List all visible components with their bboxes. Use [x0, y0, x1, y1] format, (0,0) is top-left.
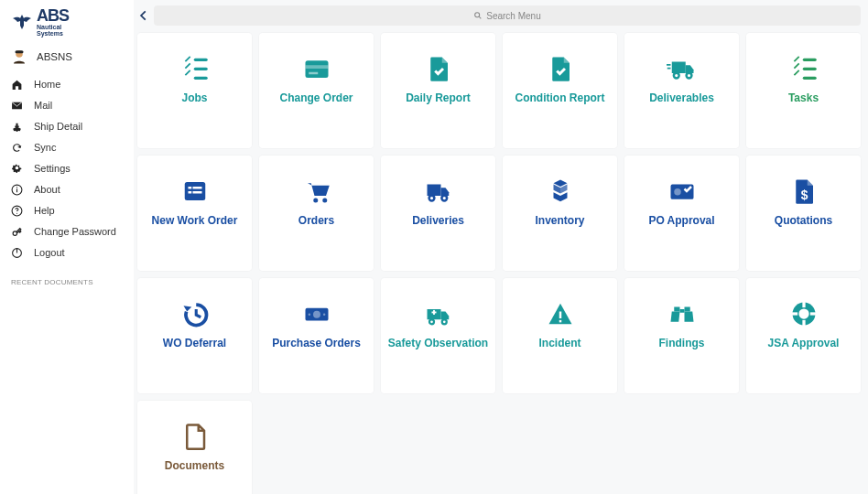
mail-icon: [11, 100, 23, 112]
nav-item-logout[interactable]: Logout: [9, 242, 125, 263]
file-icon: [179, 423, 211, 450]
truck-fast-icon: [667, 55, 698, 82]
nav-item-help[interactable]: Help: [9, 200, 125, 221]
binoculars-icon: [667, 300, 698, 328]
lifebuoy-icon: [788, 300, 819, 328]
list-box-icon: [179, 177, 211, 205]
tile-condition-report[interactable]: Condition Report: [503, 33, 617, 148]
tile-findings[interactable]: Findings: [624, 278, 739, 393]
app-logo: ABS Nautical Systems: [9, 7, 125, 38]
nav-item-ship-detail[interactable]: Ship Detail: [9, 116, 125, 137]
back-chevron-icon[interactable]: [137, 9, 150, 22]
tile-jsa-approval[interactable]: JSA Approval: [746, 278, 861, 393]
tile-new-work-order[interactable]: New Work Order: [137, 156, 252, 271]
home-icon: [11, 79, 23, 91]
tile-label: Findings: [659, 337, 705, 349]
tile-label: Deliverables: [649, 91, 714, 104]
nav-item-mail[interactable]: Mail: [9, 95, 125, 116]
svg-rect-1: [16, 50, 24, 53]
file-check-icon: [545, 55, 576, 82]
checklist-icon: [788, 55, 819, 82]
tile-label: PO Approval: [648, 214, 714, 227]
money-icon: [301, 300, 332, 328]
tile-deliverables[interactable]: Deliverables: [624, 33, 739, 148]
user-name-label: ABSNS: [37, 51, 72, 62]
tile-safety-observation[interactable]: Safety Observation: [381, 278, 495, 393]
tile-label: WO Deferral: [163, 337, 226, 349]
file-check-icon: [423, 55, 454, 82]
tile-documents[interactable]: Documents: [137, 401, 252, 494]
tile-label: Change Order: [279, 91, 353, 104]
main-content: Search Menu JobsChange OrderDaily Report…: [134, 0, 868, 494]
tile-label: Incident: [538, 337, 580, 349]
nav-item-home[interactable]: Home: [9, 74, 125, 95]
tile-label: Safety Observation: [388, 337, 488, 349]
brand-subtext-2: Systems: [37, 31, 69, 37]
user-avatar-icon: [11, 48, 27, 65]
recent-documents-label: RECENT DOCUMENTS: [9, 278, 125, 286]
tile-quotations[interactable]: Quotations: [746, 156, 861, 271]
nav-item-sync[interactable]: Sync: [9, 137, 125, 158]
nav-label: Settings: [34, 163, 71, 174]
tile-label: Daily Report: [406, 91, 471, 104]
tile-label: Quotations: [775, 214, 832, 227]
tile-change-order[interactable]: Change Order: [259, 33, 374, 148]
tile-deliveries[interactable]: Deliveries: [381, 156, 495, 271]
info-icon: [11, 184, 23, 196]
search-input[interactable]: Search Menu: [154, 5, 861, 26]
tile-label: Documents: [165, 459, 224, 472]
file-dollar-icon: [788, 177, 819, 205]
brand-text: ABS: [37, 7, 69, 24]
warning-icon: [545, 300, 576, 328]
gear-icon: [11, 163, 23, 175]
money-check-icon: [667, 177, 698, 205]
menu-grid: JobsChange OrderDaily ReportCondition Re…: [134, 33, 861, 494]
sidebar: ABS Nautical Systems ABSNS HomeMailShip …: [0, 0, 134, 494]
ship-icon: [11, 121, 23, 133]
nav-label: Home: [34, 79, 60, 90]
tile-label: Tasks: [788, 91, 819, 104]
tile-inventory[interactable]: Inventory: [503, 156, 617, 271]
nav-item-change-password[interactable]: Change Password: [9, 221, 125, 242]
tile-label: Jobs: [181, 91, 207, 104]
tile-orders[interactable]: Orders: [259, 156, 374, 271]
top-bar: Search Menu: [137, 5, 861, 26]
tile-tasks[interactable]: Tasks: [746, 33, 861, 148]
nav-label: Sync: [34, 142, 56, 153]
nav-item-about[interactable]: About: [9, 179, 125, 200]
checklist-icon: [179, 55, 211, 82]
card-icon: [301, 55, 332, 82]
help-icon: [11, 205, 23, 217]
search-icon: [473, 11, 483, 20]
user-row[interactable]: ABSNS: [9, 43, 125, 70]
nav-label: About: [34, 184, 60, 195]
tile-label: Inventory: [535, 214, 584, 227]
nav-label: Change Password: [34, 226, 116, 237]
tile-label: Condition Report: [515, 91, 605, 104]
nav-label: Help: [34, 205, 55, 216]
sync-icon: [11, 142, 23, 154]
tile-purchase-orders[interactable]: Purchase Orders: [259, 278, 374, 393]
nav-label: Logout: [34, 247, 65, 258]
nav-label: Ship Detail: [34, 121, 82, 132]
tile-label: Purchase Orders: [272, 337, 361, 349]
tile-label: JSA Approval: [768, 337, 840, 349]
tile-po-approval[interactable]: PO Approval: [624, 156, 739, 271]
nav-label: Mail: [34, 100, 52, 111]
key-icon: [11, 226, 23, 238]
cart-icon: [301, 177, 332, 205]
eagle-icon: [9, 11, 35, 33]
tile-incident[interactable]: Incident: [503, 278, 617, 393]
boxes-icon: [545, 177, 576, 205]
svg-point-2: [475, 13, 480, 17]
nav-item-settings[interactable]: Settings: [9, 158, 125, 179]
clock-back-icon: [179, 300, 211, 328]
tile-label: Orders: [298, 214, 334, 227]
tile-label: Deliveries: [412, 214, 464, 227]
tile-daily-report[interactable]: Daily Report: [381, 33, 495, 148]
power-icon: [11, 247, 23, 259]
nav-list: HomeMailShip DetailSyncSettingsAboutHelp…: [9, 74, 125, 263]
tile-jobs[interactable]: Jobs: [137, 33, 252, 148]
tile-wo-deferral[interactable]: WO Deferral: [137, 278, 252, 393]
ambulance-icon: [423, 300, 454, 328]
